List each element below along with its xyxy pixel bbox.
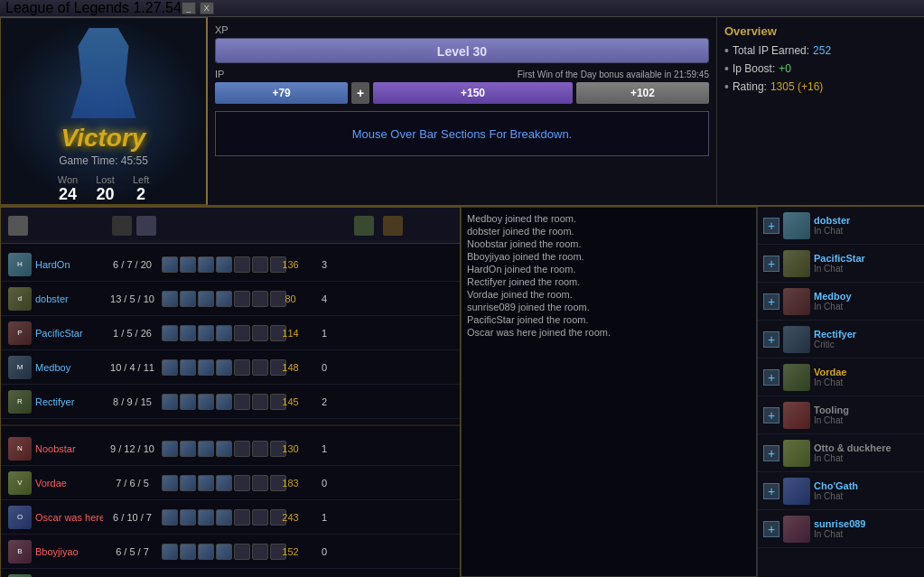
player-name: Vordae (35, 478, 103, 489)
add-friend-button[interactable]: + (763, 407, 779, 423)
player-name: dobster (35, 293, 103, 304)
item-slot (162, 325, 178, 341)
item-slot (216, 291, 232, 307)
chat-message: Rectifyer joined the room. (467, 276, 751, 287)
item-slot (252, 394, 268, 410)
champion-figure (68, 28, 140, 118)
chat-message: Noobstar joined the room. (467, 238, 751, 249)
result-text: Victory (61, 124, 146, 153)
item-slot (252, 256, 268, 273)
player-items (162, 291, 270, 307)
item-slot (162, 544, 178, 560)
player-gold: 243 (270, 512, 311, 523)
blue-team-row: H HardOn 6 / 7 / 20 136 3 (1, 247, 460, 282)
item-slot (180, 475, 196, 491)
player-icon: R (8, 390, 32, 414)
overview-ip-label: Total IP Earned: (733, 44, 809, 57)
col-champ-icon (8, 216, 40, 236)
ip-row: IP First Win of the Day bonus available … (215, 69, 709, 79)
item-slot (180, 509, 196, 526)
social-name: sunrise089 (814, 518, 865, 529)
player-name: HardOn (35, 259, 103, 270)
ip-bar-plus: + (351, 82, 369, 104)
first-win-text: First Win of the Day bonus available in … (518, 70, 709, 79)
lost-label: Lost (96, 174, 115, 185)
player-items (162, 475, 270, 491)
ip-bar-gray: +102 (576, 82, 709, 104)
red-team-row: N Noobstar 9 / 12 / 10 130 1 (1, 432, 460, 466)
chat-message: HardOn joined the room. (467, 264, 751, 275)
player-icon: d (8, 287, 32, 311)
add-friend-button[interactable]: + (763, 521, 779, 537)
social-info: Cho'Gath In Chat (814, 480, 858, 501)
window-title: League of Legends 1.27.54 (5, 0, 182, 16)
xp-bar: Level 30 (215, 38, 709, 63)
social-name: Vordae (814, 367, 846, 377)
chat-message: Bboyjiyao joined the room. (467, 251, 751, 262)
add-friend-button[interactable]: + (763, 293, 779, 310)
add-friend-button[interactable]: + (763, 218, 779, 234)
chat-message: Oscar was here joined the room. (467, 327, 751, 338)
social-avatar (783, 440, 810, 467)
player-gold: 152 (270, 546, 311, 557)
player-icon: N (8, 437, 32, 461)
bottom-wrapper: H HardOn 6 / 7 / 20 136 3 d dobster 13 /… (0, 207, 924, 577)
blue-team: H HardOn 6 / 7 / 20 136 3 d dobster 13 /… (1, 244, 460, 423)
stats-row: Won 24 Lost 20 Left 2 (1, 174, 206, 204)
item-slot (234, 359, 250, 376)
item-slot (180, 441, 196, 457)
chat-message: PacificStar joined the room. (467, 314, 751, 325)
player-gold: 80 (270, 293, 311, 304)
won-label: Won (58, 174, 78, 185)
overview-boost-label: Ip Boost: (733, 62, 775, 75)
player-gold: 145 (270, 396, 311, 407)
item-slot (234, 544, 250, 560)
item-slot (180, 394, 196, 410)
player-name: Rectifyer (35, 396, 103, 407)
item-slot (162, 509, 178, 526)
items-icon (383, 216, 403, 236)
add-friend-button[interactable]: + (763, 445, 779, 461)
player-gold: 130 (270, 443, 311, 454)
item-slot (234, 325, 250, 341)
xp-label: XP (215, 24, 709, 35)
close-button[interactable]: X (200, 2, 214, 14)
breakdown-box: Mouse Over Bar Sections For Breakdown. (215, 111, 709, 156)
chat-message: sunrise089 joined the room. (467, 302, 751, 312)
social-avatar (783, 250, 810, 277)
add-friend-button[interactable]: + (763, 483, 779, 499)
title-bar: League of Legends 1.27.54 _ X (0, 0, 924, 17)
hand-icon (136, 216, 156, 236)
won-value: 24 (59, 185, 77, 204)
overview-item-rating: • Rating: 1305 (+16) (724, 79, 917, 94)
add-friend-button[interactable]: + (763, 256, 779, 272)
bottom-section: H HardOn 6 / 7 / 20 136 3 d dobster 13 /… (0, 207, 924, 577)
item-slot (216, 256, 232, 273)
overview-rating-label: Rating: (733, 80, 767, 93)
social-avatar (783, 212, 810, 239)
add-friend-button[interactable]: + (763, 369, 779, 386)
add-friend-button[interactable]: + (763, 331, 779, 348)
xp-section: XP Level 30 (215, 24, 709, 63)
item-slot (162, 359, 178, 376)
social-item: + PacificStar In Chat (758, 245, 924, 283)
left-value: 2 (136, 185, 145, 204)
item-slot (198, 291, 214, 307)
player-cs: 3 (311, 259, 338, 270)
minimize-button[interactable]: _ (182, 2, 196, 14)
item-slot (180, 359, 196, 376)
social-info: Vordae In Chat (814, 367, 846, 387)
player-kda: 7 / 6 / 5 (103, 478, 162, 489)
player-kda: 6 / 7 / 20 (103, 259, 162, 270)
player-name: PacificStar (35, 328, 103, 339)
player-items (162, 359, 270, 376)
social-status: In Chat (814, 453, 891, 463)
player-cs: 0 (311, 478, 338, 489)
social-info: PacificStar In Chat (814, 253, 865, 274)
item-slot (252, 441, 268, 457)
red-team-row: s sunrise089 2 / 5 / 10 30 0 (1, 569, 460, 577)
item-slot (252, 325, 268, 341)
social-item: + Cho'Gath In Chat (758, 472, 924, 510)
xp-bar-text: Level 30 (216, 39, 708, 63)
red-team-row: O Oscar was here 6 / 10 / 7 243 1 (1, 500, 460, 535)
